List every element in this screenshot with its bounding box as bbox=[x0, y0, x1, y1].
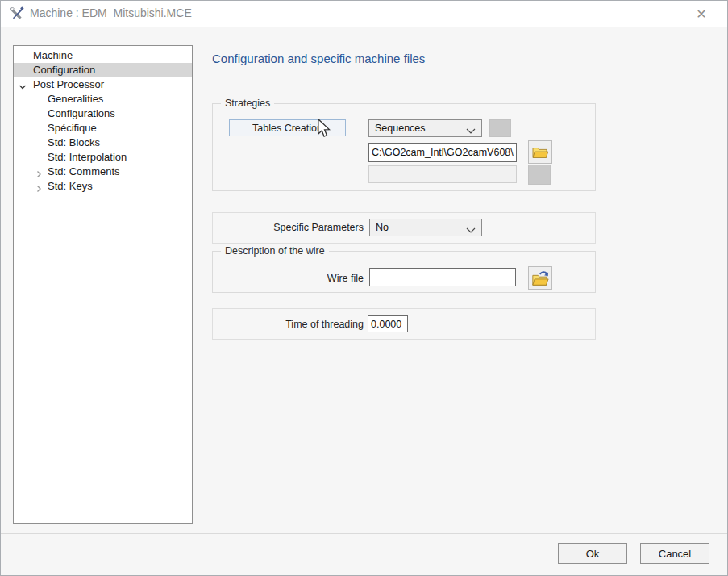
sequences-dropdown-value: Sequences bbox=[375, 123, 426, 134]
chevron-right-icon[interactable] bbox=[35, 168, 43, 176]
tree-item-std-comments[interactable]: Std: Comments bbox=[14, 165, 192, 179]
tree-item-configurations[interactable]: Configurations bbox=[14, 106, 192, 121]
time-of-threading-input[interactable] bbox=[368, 315, 408, 332]
footer-divider bbox=[1, 533, 727, 534]
sequences-dropdown[interactable]: Sequences bbox=[368, 119, 482, 137]
tree-item-label: Std: Blocks bbox=[48, 136, 100, 148]
tree-item-configuration[interactable]: Configuration bbox=[14, 63, 192, 77]
tools-icon bbox=[10, 6, 24, 21]
window-title: Machine : EDM_Mitsubishi.MCE bbox=[30, 6, 192, 19]
tree-item-std-blocks[interactable]: Std: Blocks bbox=[14, 136, 192, 150]
page-title: Configuration and specific machine files bbox=[212, 52, 425, 65]
tree-item-label: Configuration bbox=[33, 64, 95, 76]
tree-item-label: Machine bbox=[33, 49, 73, 61]
ok-button[interactable]: Ok bbox=[558, 543, 627, 564]
tree-item-label: Generalities bbox=[48, 93, 103, 105]
cancel-button[interactable]: Cancel bbox=[640, 543, 709, 564]
tree-item-label: Configurations bbox=[48, 107, 115, 119]
wire-file-input[interactable] bbox=[369, 268, 516, 286]
tree-item-label: Std: Interpolation bbox=[48, 151, 127, 163]
chevron-right-icon[interactable] bbox=[35, 182, 43, 190]
secondary-path-input bbox=[368, 165, 517, 183]
wire-group-legend: Description of the wire bbox=[221, 245, 329, 257]
tree-item-machine[interactable]: Machine bbox=[14, 48, 192, 63]
open-folder-icon bbox=[531, 145, 549, 160]
tree-item-label: Post Processor bbox=[33, 78, 104, 90]
machine-dialog: Machine : EDM_Mitsubishi.MCE ✕ MachineCo… bbox=[0, 0, 728, 576]
specific-parameters-dropdown[interactable]: No bbox=[369, 219, 482, 236]
disabled-browse-button bbox=[528, 165, 551, 185]
chevron-down-icon bbox=[466, 225, 476, 236]
browse-wire-file-button[interactable] bbox=[528, 266, 552, 290]
open-file-folder-icon bbox=[531, 269, 549, 287]
disabled-action-button bbox=[489, 119, 511, 137]
tree-item-label: Std: Keys bbox=[48, 180, 93, 192]
chevron-down-icon bbox=[466, 126, 476, 137]
specific-parameters-value: No bbox=[376, 222, 389, 233]
strategy-path-input[interactable] bbox=[368, 143, 517, 162]
tree-item-sp-cifique[interactable]: Spécifique bbox=[14, 121, 192, 136]
strategies-legend: Strategies bbox=[221, 98, 274, 109]
specific-parameters-label: Specific Parameters bbox=[227, 222, 364, 233]
machine-tree: MachineConfigurationPost ProcessorGenera… bbox=[13, 45, 193, 524]
close-icon[interactable]: ✕ bbox=[690, 5, 713, 24]
tree-item-label: Spécifique bbox=[48, 122, 97, 134]
wire-file-label: Wire file bbox=[283, 273, 364, 284]
tree-item-post-processor[interactable]: Post Processor bbox=[14, 77, 192, 92]
tree-item-std-interpolation[interactable]: Std: Interpolation bbox=[14, 150, 192, 165]
chevron-down-icon[interactable] bbox=[19, 81, 27, 89]
tree-item-label: Std: Comments bbox=[48, 165, 120, 177]
title-bar: Machine : EDM_Mitsubishi.MCE ✕ bbox=[1, 1, 727, 27]
mouse-cursor bbox=[317, 119, 331, 141]
tree-item-std-keys[interactable]: Std: Keys bbox=[14, 179, 192, 194]
browse-strategy-button[interactable] bbox=[528, 140, 552, 164]
tree-item-generalities[interactable]: Generalities bbox=[14, 92, 192, 106]
time-of-threading-label: Time of threading bbox=[243, 319, 364, 330]
